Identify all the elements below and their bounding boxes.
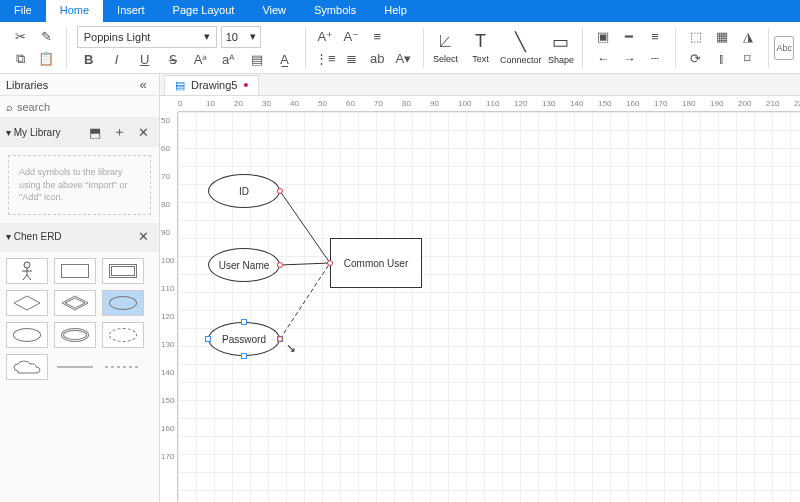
hruler-tick: 100 — [458, 99, 471, 108]
preview-box[interactable]: Abc — [774, 36, 794, 60]
connection[interactable] — [280, 263, 330, 339]
shape-relationship[interactable] — [6, 290, 48, 316]
menu-page-layout[interactable]: Page Layout — [159, 0, 249, 22]
node-username[interactable]: User Name — [208, 248, 280, 282]
arrow-start-icon[interactable]: ← — [593, 49, 613, 69]
connector-port[interactable] — [277, 188, 283, 194]
decrease-font-icon[interactable]: A⁻ — [341, 27, 361, 47]
align2-icon[interactable]: ◮ — [738, 27, 758, 47]
connector-icon: ╲ — [515, 31, 526, 53]
vruler-tick: 70 — [161, 172, 170, 181]
hruler-tick: 70 — [374, 99, 383, 108]
italic-button[interactable]: I — [107, 50, 127, 70]
connector-tool[interactable]: ╲Connector — [500, 25, 542, 71]
distribute-icon[interactable]: ⫿ — [712, 49, 732, 69]
line-style-icon[interactable]: ━ — [619, 27, 639, 47]
bold-button[interactable]: B — [79, 50, 99, 70]
hruler-tick: 50 — [318, 99, 327, 108]
highlight-icon[interactable]: ▤ — [247, 50, 267, 70]
grow-font-icon[interactable]: Aᵃ — [191, 50, 211, 70]
connector-port[interactable] — [277, 262, 283, 268]
lock-icon[interactable]: ⌑ — [738, 49, 758, 69]
shape-actor[interactable] — [6, 258, 48, 284]
line-spacing-icon[interactable]: ≡ — [367, 27, 387, 47]
search-input[interactable] — [17, 101, 155, 113]
underline-button[interactable]: U — [135, 50, 155, 70]
add-icon[interactable]: ＋ — [109, 122, 129, 142]
node-password[interactable]: Password — [208, 322, 280, 356]
connector-label: Connector — [500, 55, 542, 65]
rotate-icon[interactable]: ⟳ — [686, 49, 706, 69]
menu-home[interactable]: Home — [46, 0, 103, 22]
strike-button[interactable]: S̶ — [163, 50, 183, 70]
shape-weak-entity[interactable] — [102, 258, 144, 284]
menu-view[interactable]: View — [248, 0, 300, 22]
canvas[interactable]: IDUser NamePasswordCommon User↘ — [178, 112, 800, 502]
shrink-font-icon[interactable]: aᴬ — [219, 50, 239, 70]
close-section-icon[interactable]: ✕ — [133, 227, 153, 247]
shape-key-attribute[interactable] — [6, 322, 48, 348]
menu-insert[interactable]: Insert — [103, 0, 159, 22]
svg-line-4 — [27, 275, 31, 280]
close-section-icon[interactable]: ✕ — [133, 122, 153, 142]
menu-help[interactable]: Help — [370, 0, 421, 22]
bullets-icon[interactable]: ⋮≡ — [315, 49, 335, 69]
text-case-icon[interactable]: A▾ — [393, 49, 413, 69]
connector-port[interactable] — [277, 336, 283, 342]
vruler-tick: 50 — [161, 116, 170, 125]
arrow-end-icon[interactable]: → — [619, 49, 639, 69]
shape-tool[interactable]: ▭Shape — [545, 25, 576, 71]
tab-drawing5[interactable]: ▤ Drawing5 • — [164, 75, 259, 95]
shape-cloud[interactable] — [6, 354, 48, 380]
hruler-tick: 0 — [178, 99, 182, 108]
section-chen-erd[interactable]: ▾ Chen ERD ✕ — [0, 223, 159, 252]
cut-icon[interactable]: ✂ — [10, 27, 30, 47]
line-weight-icon[interactable]: ≡ — [645, 27, 665, 47]
menu-symbols[interactable]: Symbols — [300, 0, 370, 22]
collapse-sidebar-icon[interactable]: « — [133, 75, 153, 95]
selection-handle[interactable] — [205, 336, 211, 342]
select-tool[interactable]: ⟀Select — [430, 25, 461, 71]
paste-icon[interactable]: 📋 — [36, 49, 56, 69]
group-icon[interactable]: ▦ — [712, 27, 732, 47]
shape-multivalued[interactable] — [54, 322, 96, 348]
font-color-icon[interactable]: A̲ — [275, 50, 295, 70]
font-family-select[interactable]: Poppins Light▾ — [77, 26, 217, 48]
fill-icon[interactable]: ▣ — [593, 27, 613, 47]
menu-file[interactable]: File — [0, 0, 46, 22]
mylib-hint: Add symbols to the library using the abo… — [8, 155, 151, 215]
vruler-tick: 150 — [161, 396, 174, 405]
align-icon[interactable]: ≣ — [341, 49, 361, 69]
sidebar-title: Libraries — [6, 79, 48, 91]
sidebar-search[interactable]: ⌕ ✕ — [0, 96, 159, 118]
shape-line-solid[interactable] — [54, 354, 96, 380]
shape-attribute[interactable] — [102, 290, 144, 316]
shape-entity[interactable] — [54, 258, 96, 284]
select-label: Select — [433, 54, 458, 64]
shape-line-dashed[interactable] — [102, 354, 144, 380]
shape-weak-relationship[interactable] — [54, 290, 96, 316]
chevron-down-icon: ▾ — [204, 30, 210, 43]
connection[interactable] — [280, 191, 330, 263]
pointer-icon: ⟀ — [440, 31, 451, 52]
text-tool[interactable]: TText — [465, 25, 496, 71]
connection[interactable] — [280, 263, 330, 265]
arrange-icon[interactable]: ⬚ — [686, 27, 706, 47]
node-id[interactable]: ID — [208, 174, 280, 208]
hruler-tick: 60 — [346, 99, 355, 108]
copy-icon[interactable]: ⧉ — [10, 49, 30, 69]
line-dash-icon[interactable]: ┄ — [645, 49, 665, 69]
spacing-icon[interactable]: ab — [367, 49, 387, 69]
increase-font-icon[interactable]: A⁺ — [315, 27, 335, 47]
connector-port[interactable] — [327, 260, 333, 266]
selection-handle[interactable] — [241, 353, 247, 359]
chevron-down-icon: ▾ — [6, 127, 11, 138]
horizontal-ruler: 0102030405060708090100110120130140150160… — [178, 96, 800, 112]
import-icon[interactable]: ⬒ — [85, 122, 105, 142]
node-common[interactable]: Common User — [330, 238, 422, 288]
section-my-library[interactable]: ▾ My Library ⬒ ＋ ✕ — [0, 118, 159, 147]
format-painter-icon[interactable]: ✎ — [36, 27, 56, 47]
selection-handle[interactable] — [241, 319, 247, 325]
font-size-select[interactable]: 10▾ — [221, 26, 261, 48]
shape-derived[interactable] — [102, 322, 144, 348]
